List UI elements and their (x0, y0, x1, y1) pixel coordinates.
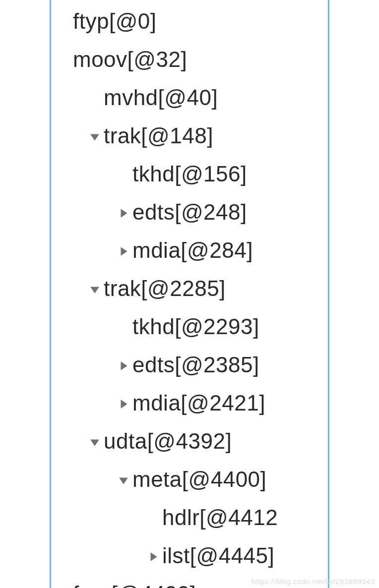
tree-row[interactable]: meta[@4400] (51, 460, 328, 498)
disclosure-triangle-icon[interactable] (86, 281, 104, 296)
node-ftyp[interactable]: ftyp[@0] (73, 10, 157, 32)
node-moov[interactable]: moov[@32] (73, 49, 187, 70)
tree-row[interactable]: tkhd[@156] (51, 155, 328, 193)
svg-marker-9 (121, 361, 127, 370)
atom-tree-panel: ftyp[@0]moov[@32]mvhd[@40]trak[@148]tkhd… (50, 0, 329, 588)
svg-marker-6 (121, 247, 127, 256)
tree-row[interactable]: trak[@148] (51, 117, 328, 155)
disclosure-triangle-icon[interactable] (115, 243, 132, 258)
disclosure-triangle-icon[interactable] (115, 472, 132, 487)
svg-marker-10 (121, 400, 127, 409)
node-trak-2285[interactable]: trak[@2285] (104, 278, 226, 299)
tree-row[interactable]: edts[@2385] (51, 346, 328, 384)
node-tkhd-156[interactable]: tkhd[@156] (132, 163, 247, 185)
svg-marker-3 (90, 134, 99, 140)
node-meta[interactable]: meta[@4400] (132, 469, 266, 490)
node-tkhd-2293[interactable]: tkhd[@2293] (132, 316, 259, 338)
disclosure-triangle-icon[interactable] (86, 434, 104, 449)
tree-row[interactable]: mdia[@284] (51, 231, 328, 269)
atom-tree: ftyp[@0]moov[@32]mvhd[@40]trak[@148]tkhd… (51, 2, 328, 588)
node-mdia-2421[interactable]: mdia[@2421] (132, 392, 265, 414)
svg-marker-5 (121, 209, 127, 218)
disclosure-triangle-icon[interactable] (144, 548, 162, 563)
node-hdlr[interactable]: hdlr[@4412 (162, 507, 278, 529)
tree-row[interactable]: mvhd[@40] (51, 78, 328, 117)
node-free[interactable]: free[@4490] (73, 583, 196, 588)
svg-marker-7 (90, 287, 99, 293)
watermark-text: https://blog.csdn.net/kyl282889543 (252, 578, 375, 585)
disclosure-triangle-icon[interactable] (86, 128, 104, 143)
node-mdia-284[interactable]: mdia[@284] (132, 239, 253, 261)
tree-row[interactable]: hdlr[@4412 (51, 498, 328, 536)
disclosure-triangle-icon[interactable] (115, 396, 132, 411)
svg-marker-11 (90, 439, 99, 446)
node-udta[interactable]: udta[@4392] (104, 430, 232, 452)
tree-row[interactable]: udta[@4392] (51, 422, 328, 460)
tree-row[interactable]: trak[@2285] (51, 269, 328, 307)
tree-row[interactable]: mdia[@2421] (51, 384, 328, 422)
svg-marker-14 (151, 552, 157, 561)
tree-row[interactable]: moov[@32] (51, 40, 328, 78)
disclosure-triangle-icon[interactable] (115, 205, 132, 220)
node-trak-148[interactable]: trak[@148] (104, 125, 213, 147)
disclosure-triangle-icon[interactable] (115, 357, 132, 372)
tree-row[interactable]: tkhd[@2293] (51, 307, 328, 346)
svg-marker-12 (119, 477, 128, 484)
tree-row[interactable]: ftyp[@0] (51, 2, 328, 40)
node-ilst[interactable]: ilst[@4445] (162, 545, 274, 567)
node-edts-2385[interactable]: edts[@2385] (132, 354, 259, 376)
node-mvhd[interactable]: mvhd[@40] (104, 87, 218, 109)
node-edts-248[interactable]: edts[@248] (132, 201, 247, 223)
tree-row[interactable]: edts[@248] (51, 193, 328, 231)
tree-row[interactable]: ilst[@4445] (51, 536, 328, 575)
